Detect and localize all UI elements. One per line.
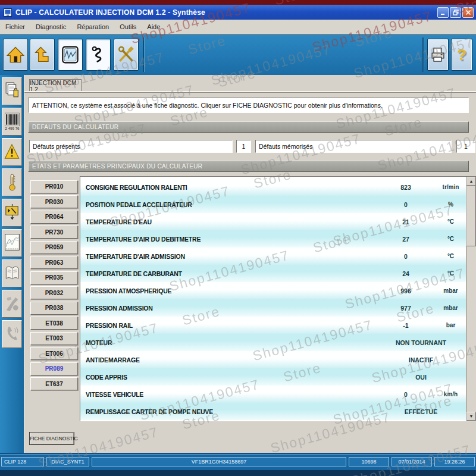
param-code-button[interactable]: ET003: [30, 332, 78, 345]
tab-injection-dcm[interactable]: INJECTION DCM 1.2: [29, 79, 82, 92]
defauts-presents-count: 1: [236, 140, 251, 153]
fiche-diagnostic-button[interactable]: FICHE DIAGNOSTIC: [29, 432, 74, 445]
param-value: 0: [376, 201, 436, 208]
param-row[interactable]: PRESSION RAIL -1 bar: [80, 317, 466, 334]
minimize-button[interactable]: [437, 7, 449, 18]
home-icon: [7, 46, 24, 64]
param-row[interactable]: CODE APPRIS OUI: [80, 368, 466, 386]
schematic-icon: [4, 203, 21, 222]
param-code-button[interactable]: PR063: [30, 256, 78, 269]
sidebar-phone-button[interactable]: [2, 320, 22, 348]
defauts-presents-field[interactable]: Défauts présents: [29, 140, 233, 153]
section-header-defauts: DEFAUTS DU CALCULATEUR: [28, 121, 469, 133]
toolbar-separator: [143, 37, 145, 72]
print-button[interactable]: [427, 39, 449, 71]
table-scrollbar[interactable]: ▲ ▼: [466, 177, 476, 421]
param-row[interactable]: PRESSION ADMISSION 977 mbar: [80, 299, 466, 317]
scroll-up-button[interactable]: ▲: [466, 177, 476, 186]
scroll-thumb[interactable]: [466, 186, 476, 246]
param-row[interactable]: TEMPERATURE D'EAU 21 °C: [80, 213, 466, 230]
param-value: EFFECTUE: [376, 408, 466, 415]
statusbar: CLIP 128 DIAC_SYNT1 VF1BR1G0H34158697 10…: [0, 453, 476, 470]
workshop-icon: [4, 295, 20, 313]
param-code-button[interactable]: PR089: [30, 362, 78, 375]
barcode-icon: 2 499 76: [4, 112, 20, 131]
param-code-button[interactable]: ET006: [30, 347, 78, 360]
scope-button[interactable]: [58, 39, 83, 71]
param-value: 0: [376, 253, 436, 260]
scroll-up-icon: ▲: [469, 179, 474, 183]
param-row[interactable]: REMPLISSAGE CARTER DE POMPE NEUVE EFFECT…: [80, 403, 466, 420]
param-value: 977: [376, 305, 436, 312]
defauts-memorises-count: 1: [456, 140, 475, 153]
param-unit: °C: [436, 218, 466, 225]
param-codes-column: PR010PR030PR064PR730PR059PR063PR035PR032…: [30, 176, 78, 393]
param-code-button[interactable]: PR038: [30, 302, 78, 315]
menu-item-fichier[interactable]: Fichier: [5, 23, 25, 30]
param-label: VITESSE VEHICULE: [80, 391, 143, 398]
tools-button[interactable]: [114, 39, 139, 71]
sidebar-thermometer-button[interactable]: [2, 168, 22, 196]
menu-item-aide[interactable]: Aide: [147, 23, 160, 30]
status-cell-session: DIAC_SYNT1: [46, 457, 89, 466]
sidebar-manual-button[interactable]: [2, 259, 22, 287]
param-row[interactable]: MOTEUR NON TOURNANT: [80, 334, 466, 351]
param-row[interactable]: VITESSE VEHICULE 0 km/h: [80, 386, 466, 403]
menu-item-diagnostic[interactable]: Diagnostic: [36, 23, 66, 30]
param-row[interactable]: TEMPERATURE D'AIR DU DEBITMETRE 27 °C: [80, 230, 466, 248]
param-row[interactable]: ANTIDEMARRAGE INACTIF: [80, 351, 466, 368]
param-value: 27: [376, 236, 436, 243]
param-value: 21: [376, 218, 436, 226]
phone-icon: [5, 325, 20, 343]
close-button[interactable]: [462, 7, 474, 18]
defauts-memorises-field[interactable]: Défauts mémorisés: [255, 140, 452, 153]
param-row[interactable]: TEMPERATURE DE CARBURANT 24 °C: [80, 265, 466, 282]
probe-button[interactable]: [86, 39, 111, 71]
param-row[interactable]: TEMPERATURE D'AIR ADMISSION 0 °C: [80, 248, 466, 265]
param-code-button[interactable]: PR059: [30, 241, 78, 254]
app-icon: [4, 8, 12, 17]
param-unit: tr/min: [436, 184, 466, 190]
params-table: CONSIGNE REGULATION RALENTI 823 tr/min P…: [80, 176, 476, 421]
param-label: REMPLISSAGE CARTER DE POMPE NEUVE: [80, 408, 213, 415]
up-arrow-icon: [33, 46, 51, 64]
home-button[interactable]: [3, 39, 28, 71]
status-cell-date: 07/01/2014: [392, 457, 432, 466]
menu-item-outils[interactable]: Outils: [120, 23, 136, 30]
param-label: TEMPERATURE D'AIR DU DEBITMETRE: [80, 236, 201, 243]
param-unit: mbar: [436, 305, 466, 311]
param-code-button[interactable]: PR035: [30, 271, 78, 284]
up-button[interactable]: [30, 39, 55, 71]
status-cell-time: 19:26:26: [434, 457, 475, 466]
sidebar-warning-button[interactable]: [2, 138, 22, 166]
param-code-button[interactable]: PR032: [30, 286, 78, 299]
param-code-button[interactable]: PR730: [30, 226, 78, 239]
oscilloscope-icon: [61, 45, 80, 65]
param-code-button[interactable]: ET637: [30, 377, 78, 390]
param-label: CONSIGNE REGULATION RALENTI: [80, 184, 187, 191]
param-row[interactable]: PRESSION ATMOSPHERIQUE 996 mbar: [80, 282, 466, 299]
param-code-button[interactable]: ET038: [30, 317, 78, 330]
sidebar-graph-button[interactable]: [2, 229, 22, 257]
param-row[interactable]: CONSIGNE REGULATION RALENTI 823 tr/min: [80, 178, 466, 196]
close-icon: [465, 10, 471, 15]
help-button[interactable]: ?: [451, 39, 472, 71]
graph-icon: [4, 233, 21, 253]
param-code-button[interactable]: PR064: [30, 211, 78, 224]
scroll-down-button[interactable]: ▼: [466, 412, 476, 421]
sidebar-barcode-button[interactable]: 2 499 76: [2, 108, 22, 136]
sidebar-workshop-button[interactable]: [2, 290, 22, 318]
sidebar-documents-button[interactable]: [2, 77, 22, 105]
sidebar-schematic-button[interactable]: [2, 199, 22, 227]
param-label: PRESSION ATMOSPHERIQUE: [80, 287, 171, 295]
param-code-button[interactable]: PR010: [30, 180, 78, 193]
bottom-strip: [0, 470, 476, 476]
param-code-button[interactable]: PR030: [30, 195, 78, 208]
param-row[interactable]: POSITION PEDALE ACCELERATEUR 0 %: [80, 196, 466, 213]
param-unit: bar: [436, 322, 466, 328]
menu-item-reparation[interactable]: Réparation: [77, 23, 109, 30]
titlebar[interactable]: CLIP - CALCULATEUR INJECTION DCM 1.2 - S…: [0, 5, 476, 20]
param-label: ANTIDEMARRAGE: [80, 356, 140, 364]
restore-button[interactable]: [450, 7, 461, 18]
help-icon: ?: [457, 47, 466, 62]
